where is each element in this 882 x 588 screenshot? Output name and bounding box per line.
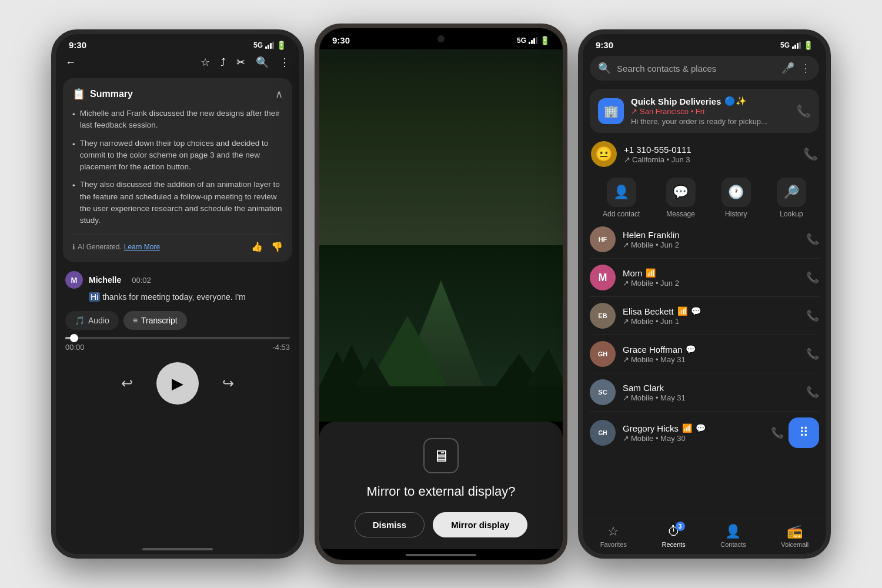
summary-footer: ℹ AI Generated. Learn More 👍 👎 xyxy=(72,235,283,252)
chevron-up-icon[interactable]: ∧ xyxy=(275,88,283,101)
nav-favorites[interactable]: ☆ Favorites xyxy=(600,524,627,548)
play-button[interactable]: ▶ xyxy=(156,362,199,405)
msg-icon-grace: 💬 xyxy=(686,345,696,354)
mic-icon[interactable]: 🎤 xyxy=(781,62,794,75)
message-action[interactable]: 💬 Message xyxy=(666,178,696,218)
recent-item-mom[interactable]: M Mom 📶 ↗ Mobile • Jun 2 📞 xyxy=(590,259,819,297)
audio-controls: 🎵 Audio ≡ Transcript 00:00 xyxy=(56,305,299,355)
bullet-text-1: Michelle and Frank discussed the new des… xyxy=(80,108,283,132)
sub-text-elisa: Mobile • Jun 1 xyxy=(631,317,679,326)
landscape-photo xyxy=(319,49,563,422)
sub-grace: ↗ Mobile • May 31 xyxy=(623,355,799,364)
summary-title-text: Summary xyxy=(90,89,133,99)
nav-recents[interactable]: ⏱ 3 Recents xyxy=(662,524,685,548)
lookup-icon: 🔎 xyxy=(777,178,806,207)
more-button-1[interactable]: ⋮ xyxy=(279,56,290,69)
learn-more-link[interactable]: Learn More xyxy=(124,243,160,251)
p2-content: 🖥 Mirror to external display? Dismiss Mi… xyxy=(319,49,563,549)
add-contact-icon: 👤 xyxy=(607,178,636,207)
camera-notch xyxy=(437,35,445,42)
progress-bar[interactable] xyxy=(65,337,290,339)
call-icon-sam[interactable]: 📞 xyxy=(806,386,819,399)
thumbs-up-button[interactable]: 👍 xyxy=(251,241,263,252)
search-bar[interactable]: 🔍 Search contacts & places 🎤 ⋮ xyxy=(590,56,819,81)
dismiss-button[interactable]: Dismiss xyxy=(355,512,425,537)
call-icon-helen[interactable]: 📞 xyxy=(806,233,819,246)
search-input[interactable]: Search contacts & places xyxy=(617,64,776,74)
sub-elisa: ↗ Mobile • Jun 1 xyxy=(623,317,799,326)
recent-item-elisa[interactable]: EB Elisa Beckett 📶 💬 ↗ Mobile • Jun 1 xyxy=(590,297,819,335)
avatar-helen: HF xyxy=(590,226,616,252)
info-sam: Sam Clark ↗ Mobile • May 31 xyxy=(623,383,799,402)
recent-item-helen[interactable]: HF Helen Franklin ↗ Mobile • Jun 2 📞 xyxy=(590,220,819,259)
transcript-tab[interactable]: ≡ Transcript xyxy=(123,311,187,330)
call-icon-mom[interactable]: 📞 xyxy=(806,271,819,284)
info-mom: Mom 📶 ↗ Mobile • Jun 2 xyxy=(623,268,799,288)
bullet-1: • Michelle and Frank discussed the new d… xyxy=(72,108,283,132)
verified-emoji: 🔵✨ xyxy=(724,96,747,106)
info-elisa: Elisa Beckett 📶 💬 ↗ Mobile • Jun 1 xyxy=(623,306,799,326)
contact-location: San Francisco • Fri xyxy=(640,107,704,116)
favorites-icon: ☆ xyxy=(607,524,619,539)
home-indicator-2 xyxy=(319,549,563,560)
nav-contacts[interactable]: 👤 Contacts xyxy=(720,524,746,548)
star-button[interactable]: ☆ xyxy=(201,56,210,69)
history-action[interactable]: 🕐 History xyxy=(721,178,751,218)
back-button[interactable]: ← xyxy=(65,56,76,69)
summary-header: 📋 Summary ∧ xyxy=(72,88,283,101)
transcript-text: Hi thanks for meeting today, everyone. I… xyxy=(65,292,290,302)
speaker-avatar: M xyxy=(65,271,83,289)
search-button-1[interactable]: 🔍 xyxy=(256,56,269,69)
cut-button[interactable]: ✂ xyxy=(236,56,245,69)
share-button[interactable]: ⤴ xyxy=(220,56,226,69)
more-icon-3[interactable]: ⋮ xyxy=(800,62,811,75)
name-gregory: Gregory Hicks 📶 💬 xyxy=(623,423,764,433)
avatar-elisa: EB xyxy=(590,303,616,329)
signal-icon-1 xyxy=(265,42,274,49)
sub-text-mom: Mobile • Jun 2 xyxy=(631,279,679,288)
rewind-button[interactable]: ↩ xyxy=(121,375,133,392)
unknown-contact-row[interactable]: 😐 +1 310-555-0111 ↗ California • Jun 3 📞 xyxy=(583,135,826,173)
speaker-time: 00:02 xyxy=(132,276,151,285)
call-icon-gregory[interactable]: 📞 xyxy=(771,426,784,439)
contacts-icon: 👤 xyxy=(725,524,741,539)
sub-helen: ↗ Mobile • Jun 2 xyxy=(623,240,799,249)
call-icon-unknown[interactable]: 📞 xyxy=(803,147,818,161)
signal-icon-3 xyxy=(792,42,801,49)
lookup-action[interactable]: 🔎 Lookup xyxy=(777,178,806,218)
forward-button[interactable]: ↪ xyxy=(222,375,234,392)
thumbs-down-button[interactable]: 👎 xyxy=(271,241,283,252)
sub-gregory: ↗ Mobile • May 30 xyxy=(623,434,764,443)
tab-row: 🎵 Audio ≡ Transcript xyxy=(65,311,290,330)
add-contact-action[interactable]: 👤 Add contact xyxy=(603,178,640,218)
search-icon: 🔍 xyxy=(598,62,611,75)
unknown-info: +1 310-555-0111 ↗ California • Jun 3 xyxy=(624,145,796,164)
dialpad-button[interactable]: ⠿ xyxy=(789,417,819,448)
phone-1: 9:30 5G 🔋 ← ☆ ⤴ ✂ 🔍 ⋮ xyxy=(51,29,304,559)
call-icon-elisa[interactable]: 📞 xyxy=(806,309,819,322)
status-icons-3: 5G 🔋 xyxy=(780,41,813,50)
time-3: 9:30 xyxy=(596,40,613,50)
call-icon-featured[interactable]: 📞 xyxy=(796,104,811,118)
add-contact-label: Add contact xyxy=(603,210,640,218)
recent-item-gregory[interactable]: GH Gregory Hicks 📶 💬 ↗ Mobile • May 30 xyxy=(590,412,819,454)
contact-message: Hi there, your order is ready for pickup… xyxy=(631,117,789,126)
speaker-name: Michelle xyxy=(89,275,121,285)
bullet-3: • They also discussed the addition of an… xyxy=(72,179,283,226)
transcript-rest: thanks for meeting today, everyone. I'm xyxy=(102,292,246,302)
featured-contact-card[interactable]: 🏢 Quick Ship Deliveries 🔵✨ ↗ San Francis… xyxy=(590,89,819,133)
bullet-text-3: They also discussed the addition of an a… xyxy=(80,179,283,226)
status-bar-1: 9:30 5G 🔋 xyxy=(56,34,299,52)
recent-item-grace[interactable]: GH Grace Hoffman 💬 ↗ Mobile • May 31 📞 xyxy=(590,335,819,373)
ai-label: ℹ AI Generated. Learn More xyxy=(72,243,160,251)
playback-row: ↩ ▶ ↪ xyxy=(56,362,299,405)
audio-tab[interactable]: 🎵 Audio xyxy=(65,311,119,330)
battery-icon-3: 🔋 xyxy=(803,41,813,50)
call-icon-grace[interactable]: 📞 xyxy=(806,348,819,360)
unknown-sub: ↗ California • Jun 3 xyxy=(624,155,796,164)
mirror-display-button[interactable]: Mirror display xyxy=(433,512,527,537)
nav-voicemail[interactable]: 📻 Voicemail xyxy=(781,524,808,548)
phone-3: 9:30 5G 🔋 🔍 Search contacts & places 🎤 ⋮ xyxy=(578,29,831,559)
hi-highlight: Hi xyxy=(89,292,100,302)
recent-item-sam[interactable]: SC Sam Clark ↗ Mobile • May 31 📞 xyxy=(590,373,819,412)
